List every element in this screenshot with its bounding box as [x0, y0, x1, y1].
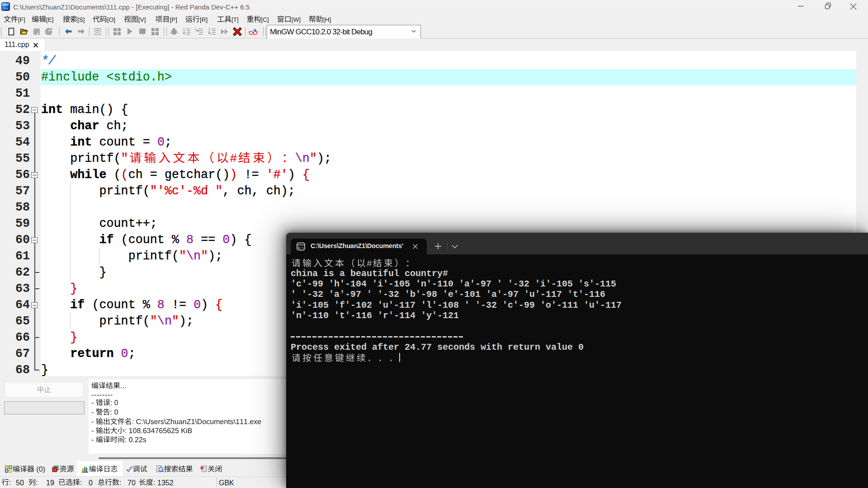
svg-text:A: A	[96, 29, 99, 35]
svg-text:C:\: C:\	[298, 246, 304, 250]
svg-text:C++: C++	[3, 7, 8, 10]
svg-text:DEV: DEV	[3, 3, 9, 6]
